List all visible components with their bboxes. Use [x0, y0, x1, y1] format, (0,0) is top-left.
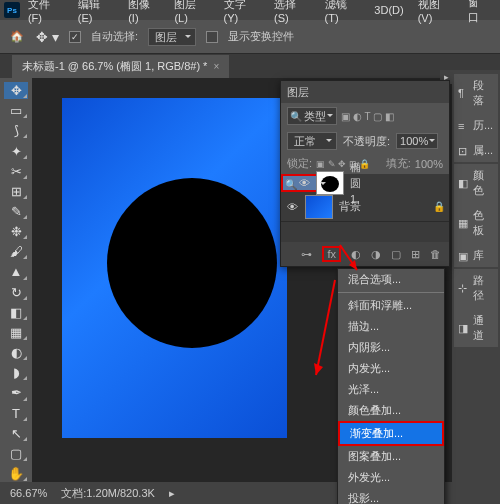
fx-pattern-overlay[interactable]: 图案叠加... — [338, 446, 444, 467]
auto-select-dropdown[interactable]: 图层 — [148, 28, 196, 46]
type-tool[interactable]: T — [4, 405, 28, 422]
visibility-icon[interactable]: 👁 — [285, 201, 299, 213]
path-tool[interactable]: ↖ — [4, 425, 28, 442]
show-transform-checkbox[interactable] — [206, 31, 218, 43]
menu-file[interactable]: 文件(F) — [22, 0, 70, 26]
blend-mode-dropdown[interactable]: 正常 — [287, 132, 337, 150]
layer-name[interactable]: 椭圆 1 — [350, 159, 361, 207]
fx-bevel[interactable]: 斜面和浮雕... — [338, 295, 444, 316]
menu-image[interactable]: 图像(I) — [122, 0, 166, 26]
mask-icon[interactable]: ◐ — [351, 248, 361, 261]
panel-history[interactable]: ≡历... — [456, 117, 496, 134]
hand-tool[interactable]: ✋ — [4, 465, 28, 482]
move-tool-icon: ✥ ▾ — [36, 29, 59, 45]
doc-size: 文档:1.20M/820.3K — [61, 486, 155, 501]
panel-color[interactable]: ◧颜色 — [456, 167, 496, 199]
layer-list: 👁 椭圆 1 👁 背景 🔒 — [281, 174, 449, 242]
delete-icon[interactable]: 🗑 — [430, 248, 441, 260]
panel-properties[interactable]: ⊡属... — [456, 142, 496, 159]
ellipse-shape[interactable] — [107, 178, 277, 348]
fill-value[interactable]: 100% — [415, 158, 443, 170]
brush-tool[interactable]: 🖌 — [4, 243, 28, 260]
document-tab-bar: 未标题-1 @ 66.7% (椭圆 1, RGB/8#) * × — [0, 54, 500, 78]
show-transform-label: 显示变换控件 — [228, 29, 294, 44]
fx-satin[interactable]: 光泽... — [338, 379, 444, 400]
fx-gradient-overlay[interactable]: 渐变叠加... — [338, 421, 444, 446]
layers-footer: ⊶ fx ◐ ◑ ▢ ⊞ 🗑 — [281, 242, 449, 266]
eraser-tool[interactable]: ◧ — [4, 304, 28, 321]
stamp-tool[interactable]: ▲ — [4, 263, 28, 280]
eyedropper-tool[interactable]: ✎ — [4, 203, 28, 220]
layer-ellipse[interactable]: 👁 椭圆 1 — [281, 174, 331, 192]
status-chevron-icon[interactable]: ▸ — [169, 487, 175, 500]
gradient-tool[interactable]: ▦ — [4, 324, 28, 341]
pen-tool[interactable]: ✒ — [4, 384, 28, 401]
crop-tool[interactable]: ✂ — [4, 163, 28, 180]
menu-select[interactable]: 选择(S) — [268, 0, 316, 26]
history-brush-tool[interactable]: ↻ — [4, 284, 28, 301]
menu-window[interactable]: 窗口 — [462, 0, 496, 27]
fx-outer-glow[interactable]: 外发光... — [338, 467, 444, 488]
adjustment-icon[interactable]: ◑ — [371, 248, 381, 261]
fx-inner-glow[interactable]: 内发光... — [338, 358, 444, 379]
marquee-tool[interactable]: ▭ — [4, 102, 28, 119]
panel-paths[interactable]: ⊹路径 — [456, 272, 496, 304]
close-tab-icon[interactable]: × — [213, 61, 219, 72]
link-layers-icon[interactable]: ⊶ — [301, 248, 312, 261]
panel-channels[interactable]: ◨通道 — [456, 312, 496, 344]
auto-select-label: 自动选择: — [91, 29, 138, 44]
layers-panel-title: 图层 — [281, 81, 449, 103]
layer-filter-type[interactable]: 类型 — [287, 107, 337, 125]
menu-edit[interactable]: 编辑(E) — [72, 0, 120, 26]
opacity-label: 不透明度: — [343, 134, 390, 149]
menu-layer[interactable]: 图层(L) — [168, 0, 215, 26]
menu-type[interactable]: 文字(Y) — [218, 0, 266, 26]
menu-3d[interactable]: 3D(D) — [368, 2, 409, 18]
app-logo: Ps — [4, 2, 20, 18]
menu-view[interactable]: 视图(V) — [412, 0, 460, 26]
home-icon[interactable]: 🏠 — [8, 28, 26, 46]
fx-drop-shadow[interactable]: 投影... — [338, 488, 444, 504]
layer-thumbnail[interactable] — [305, 195, 333, 219]
visibility-icon[interactable]: 👁 — [299, 175, 310, 191]
auto-select-checkbox[interactable] — [69, 31, 81, 43]
fill-label: 填充: — [386, 156, 411, 171]
opacity-value[interactable]: 100% — [396, 133, 438, 149]
tab-title: 未标题-1 @ 66.7% (椭圆 1, RGB/8#) * — [22, 59, 207, 74]
shape-tool[interactable]: ▢ — [4, 445, 28, 462]
fx-color-overlay[interactable]: 颜色叠加... — [338, 400, 444, 421]
fx-stroke[interactable]: 描边... — [338, 316, 444, 337]
layer-background[interactable]: 👁 背景 🔒 — [281, 192, 449, 222]
new-layer-icon[interactable]: ⊞ — [411, 248, 420, 261]
menu-bar: Ps 文件(F) 编辑(E) 图像(I) 图层(L) 文字(Y) 选择(S) 滤… — [0, 0, 500, 20]
panel-libraries[interactable]: ▣库 — [456, 247, 496, 264]
fx-blend-options[interactable]: 混合选项... — [338, 269, 444, 290]
fx-context-menu: 混合选项... 斜面和浮雕... 描边... 内阴影... 内发光... 光泽.… — [337, 268, 445, 504]
group-icon[interactable]: ▢ — [391, 248, 401, 261]
toolbox: ✥ ▭ ⟆ ✦ ✂ ⊞ ✎ ❉ 🖌 ▲ ↻ ◧ ▦ ◐ ◗ ✒ T ↖ ▢ ✋ — [0, 78, 32, 482]
lock-icons[interactable]: ▣ ✎ ✥ ⊡ 🔒 — [316, 159, 370, 169]
move-tool[interactable]: ✥ — [4, 82, 28, 99]
layers-panel: 图层 类型 ▣ ◐ T ▢ ◧ 正常 不透明度: 100% 锁定: ▣ ✎ ✥ … — [280, 80, 450, 267]
fx-inner-shadow[interactable]: 内阴影... — [338, 337, 444, 358]
magic-wand-tool[interactable]: ✦ — [4, 142, 28, 159]
document-tab[interactable]: 未标题-1 @ 66.7% (椭圆 1, RGB/8#) * × — [12, 55, 229, 78]
canvas[interactable] — [62, 98, 287, 438]
healing-tool[interactable]: ❉ — [4, 223, 28, 240]
panel-swatches[interactable]: ▦色板 — [456, 207, 496, 239]
layer-thumbnail[interactable] — [316, 171, 344, 195]
fx-button[interactable]: fx — [322, 246, 341, 262]
blur-tool[interactable]: ◐ — [4, 344, 28, 361]
right-panel-strip: ¶段落 ≡历... ⊡属... ◧颜色 ▦色板 ▣库 ⊹路径 ◨通道 — [452, 70, 500, 482]
lock-icon: 🔒 — [433, 201, 445, 212]
frame-tool[interactable]: ⊞ — [4, 183, 28, 200]
dodge-tool[interactable]: ◗ — [4, 364, 28, 381]
zoom-level[interactable]: 66.67% — [10, 487, 47, 499]
layer-filter-icons[interactable]: ▣ ◐ T ▢ ◧ — [341, 111, 394, 122]
panel-paragraph[interactable]: ¶段落 — [456, 77, 496, 109]
lock-label: 锁定: — [287, 156, 312, 171]
lasso-tool[interactable]: ⟆ — [4, 122, 28, 139]
menu-filter[interactable]: 滤镜(T) — [319, 0, 367, 26]
